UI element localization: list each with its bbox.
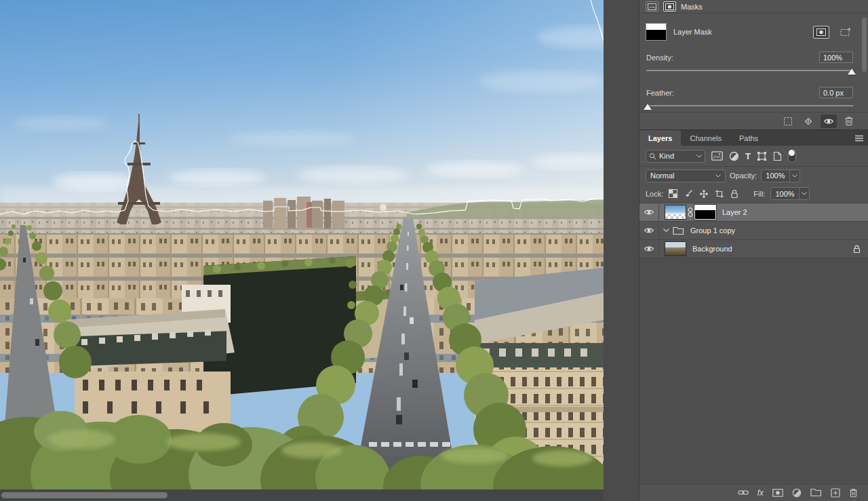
smart-object-filter-icon[interactable]: [773, 151, 782, 161]
filter-toggle[interactable]: [788, 150, 796, 163]
density-slider-track[interactable]: [646, 70, 853, 71]
crosswalk: [369, 442, 450, 447]
fill-value[interactable]: 100%: [771, 190, 798, 198]
feather-slider-thumb[interactable]: [644, 104, 652, 110]
chevron-down-icon: [696, 155, 702, 158]
document-canvas[interactable]: [0, 0, 604, 489]
opacity-label: Opacity:: [730, 172, 757, 180]
new-layer-icon[interactable]: [831, 488, 840, 498]
layer-mask-label: Layer Mask: [673, 28, 806, 36]
density-label: Density:: [646, 54, 673, 62]
layers-list: Layer 2 Group 1 copy Backgrou: [639, 203, 868, 482]
masks-panel-scrollbar-thumb[interactable]: [862, 18, 867, 72]
chevron-down-icon[interactable]: [799, 188, 809, 199]
group-folder-icon[interactable]: [673, 226, 684, 235]
canvas-image: [0, 0, 604, 489]
feather-slider-track[interactable]: [646, 105, 853, 106]
tab-paths[interactable]: Paths: [730, 130, 767, 146]
layer-row-layer2[interactable]: Layer 2: [639, 203, 868, 222]
lock-transparency-icon[interactable]: [669, 189, 677, 198]
background-lock-icon[interactable]: [853, 245, 861, 254]
search-icon: [649, 153, 656, 160]
masks-panel-footer: [639, 112, 868, 129]
layer-thumbnail[interactable]: [665, 241, 686, 256]
blend-mode-select[interactable]: Normal: [646, 169, 726, 182]
opacity-input[interactable]: 100%: [761, 169, 800, 182]
layer-mask-thumbnail[interactable]: [646, 23, 667, 41]
layer-style-icon[interactable]: fx: [757, 489, 764, 497]
feather-value[interactable]: 0.0 px: [819, 87, 853, 98]
feather-label: Feather:: [646, 89, 674, 97]
masks-panel: Masks Layer Mask Density: 100%: [639, 0, 868, 129]
layer-row-background[interactable]: Background: [639, 240, 868, 258]
canvas-h-scrollbar[interactable]: [0, 489, 604, 501]
shape-filter-icon[interactable]: [757, 151, 767, 161]
link-layers-icon[interactable]: [738, 489, 749, 496]
feather-row: Feather: 0.0 px: [646, 87, 853, 98]
density-row: Density: 100%: [646, 52, 853, 63]
type-filter-icon[interactable]: T: [745, 151, 751, 161]
photoshop-workspace: Masks Layer Mask Density: 100%: [0, 0, 868, 501]
layer-name[interactable]: Background: [692, 245, 853, 253]
layer-mask-thumbnail[interactable]: [694, 205, 716, 220]
feather-slider[interactable]: [646, 103, 853, 111]
visibility-eye-icon[interactable]: [639, 222, 659, 239]
chevron-down-icon: [715, 174, 721, 178]
lock-position-icon[interactable]: [699, 189, 709, 199]
group-expand-chevron-icon[interactable]: [663, 228, 669, 233]
masks-panel-title: Masks: [681, 3, 703, 11]
lock-pixels-icon[interactable]: [684, 189, 693, 199]
new-group-icon[interactable]: [810, 488, 822, 497]
density-value[interactable]: 100%: [819, 52, 853, 63]
canvas-h-scrollbar-thumb[interactable]: [1, 492, 167, 498]
delete-layer-icon[interactable]: [849, 488, 858, 498]
fill-input[interactable]: 100%: [770, 187, 809, 200]
load-selection-from-mask-icon[interactable]: [780, 115, 796, 128]
new-adjustment-layer-icon[interactable]: [792, 488, 802, 498]
layers-panel-footer: fx: [639, 483, 868, 501]
layer-name[interactable]: Layer 2: [722, 208, 868, 216]
masks-panel-header: Masks: [639, 0, 868, 14]
adjustment-filter-icon[interactable]: [729, 151, 739, 161]
mask-icon[interactable]: [663, 1, 676, 12]
filter-kind-label: Kind: [659, 152, 694, 160]
lock-label: Lock:: [646, 190, 663, 198]
layer-name[interactable]: Group 1 copy: [690, 226, 868, 235]
select-mask-icon[interactable]: [813, 26, 829, 39]
layer-row-group1copy[interactable]: Group 1 copy: [639, 222, 868, 240]
lock-row: Lock: Fill: 100%: [639, 184, 868, 203]
pixel-layer-icon[interactable]: [646, 1, 658, 12]
mask-link-icon[interactable]: [686, 207, 694, 218]
blend-row: Normal Opacity: 100%: [639, 166, 868, 184]
lock-artboard-icon[interactable]: [715, 189, 724, 199]
density-slider[interactable]: [646, 68, 853, 76]
visibility-eye-icon[interactable]: [639, 240, 659, 258]
tab-layers[interactable]: Layers: [639, 130, 681, 146]
right-panel: Masks Layer Mask Density: 100%: [639, 0, 868, 501]
panel-menu-icon[interactable]: [850, 130, 868, 146]
density-slider-thumb[interactable]: [848, 68, 856, 75]
chevron-down-icon[interactable]: [789, 170, 800, 182]
layer-mask-row: Layer Mask: [646, 20, 862, 43]
image-filter-icon[interactable]: [711, 151, 723, 161]
visibility-eye-icon[interactable]: [639, 203, 659, 221]
delete-mask-icon[interactable]: [841, 115, 857, 128]
layers-panel-tabbar: Layers Channels Paths: [639, 129, 868, 146]
add-vector-mask-icon[interactable]: [839, 26, 852, 39]
tab-channels[interactable]: Channels: [681, 130, 730, 146]
add-layer-mask-icon[interactable]: [772, 489, 783, 497]
layer-thumbnail[interactable]: [665, 205, 686, 220]
filter-kind-select[interactable]: Kind: [646, 150, 705, 163]
apply-mask-icon[interactable]: [800, 115, 816, 128]
layers-filter-row: Kind T: [639, 146, 868, 166]
blend-mode-value: Normal: [650, 172, 715, 180]
opacity-value[interactable]: 100%: [762, 172, 789, 180]
fill-label: Fill:: [753, 190, 765, 198]
toggle-mask-visibility-icon[interactable]: [821, 115, 837, 128]
lock-all-icon[interactable]: [730, 189, 738, 199]
